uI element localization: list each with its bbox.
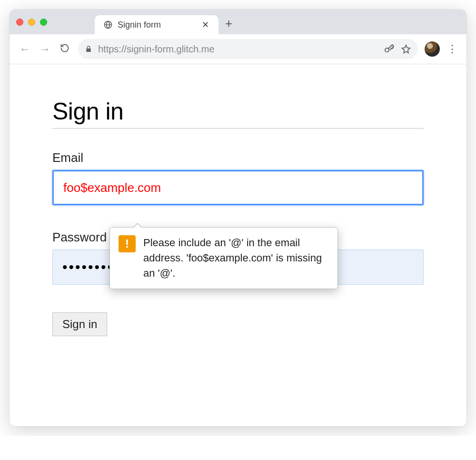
window-controls (16, 19, 47, 26)
profile-avatar[interactable] (425, 41, 440, 57)
email-input[interactable] (52, 170, 424, 205)
validation-message: Please include an '@' in the email addre… (143, 235, 329, 281)
email-label: Email (52, 150, 424, 165)
key-icon[interactable] (384, 43, 395, 55)
maximize-window-button[interactable] (40, 19, 47, 26)
browser-menu-button[interactable]: ⋮ (446, 43, 458, 55)
address-bar[interactable]: https://signin-form.glitch.me (78, 39, 418, 59)
page-content: Sign in Email Password Sign in ! Please … (10, 64, 466, 426)
lock-icon (85, 45, 92, 53)
page-title: Sign in (52, 98, 424, 125)
browser-toolbar: ← → https://signin-form.glitch.me (10, 34, 466, 64)
svg-point-1 (385, 48, 389, 52)
validation-tooltip: ! Please include an '@' in the email add… (109, 227, 338, 289)
close-window-button[interactable] (16, 19, 23, 26)
tab-title: Signin form (118, 20, 195, 30)
sign-in-button[interactable]: Sign in (52, 312, 107, 336)
minimize-window-button[interactable] (28, 19, 35, 26)
reload-button[interactable] (58, 42, 71, 56)
forward-button[interactable]: → (38, 42, 51, 56)
close-tab-button[interactable]: ✕ (200, 20, 211, 30)
browser-window: Signin form ✕ + ← → https://signin-form.… (10, 10, 466, 426)
back-button[interactable]: ← (18, 42, 31, 56)
browser-tab[interactable]: Signin form ✕ (95, 15, 218, 34)
email-field-group: Email (52, 150, 424, 205)
tab-strip: Signin form ✕ + (10, 10, 466, 34)
url-text: https://signin-form.glitch.me (98, 44, 378, 55)
new-tab-button[interactable]: + (225, 17, 232, 30)
warning-icon: ! (119, 235, 136, 252)
globe-icon (103, 20, 113, 30)
bookmark-star-icon[interactable] (401, 44, 411, 54)
title-divider (52, 128, 424, 129)
